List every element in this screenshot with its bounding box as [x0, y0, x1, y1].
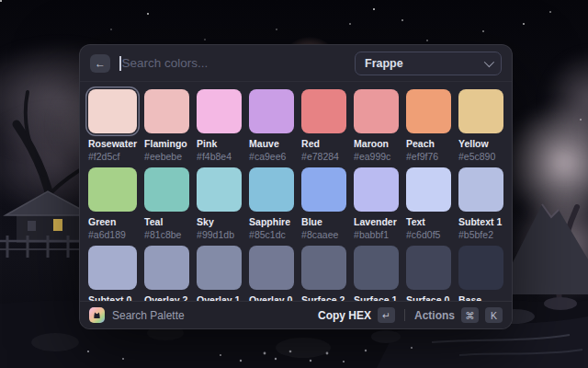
color-swatch[interactable]	[144, 89, 189, 133]
color-swatch[interactable]	[301, 167, 346, 212]
search-placeholder: Search colors...	[122, 56, 209, 70]
enter-key-icon: ↵	[378, 307, 395, 323]
swatch-cell[interactable]: Text#c6d0f5	[406, 167, 451, 240]
swatch-name: Pink	[197, 138, 242, 149]
swatch-hex: #eebebe	[144, 151, 189, 162]
color-swatch[interactable]	[88, 246, 137, 290]
color-swatch[interactable]	[197, 246, 242, 290]
swatch-hex: #babbf1	[354, 229, 399, 240]
swatch-cell[interactable]: Lavender#babbf1	[354, 167, 399, 240]
command-key-icon: ⌘	[461, 307, 479, 323]
color-swatch[interactable]	[144, 246, 189, 290]
color-swatch[interactable]	[458, 89, 503, 133]
color-swatch[interactable]	[144, 167, 189, 212]
swatch-cell[interactable]: Yellow#e5c890	[458, 89, 503, 162]
flavor-dropdown-value: Frappe	[365, 57, 403, 70]
flavor-dropdown[interactable]: Frappe	[355, 52, 502, 75]
actions-label: Actions	[414, 309, 455, 322]
actions-button[interactable]: Actions ⌘ K	[414, 307, 503, 323]
copy-hex-button[interactable]: Copy HEX ↵	[318, 307, 395, 323]
text-cursor	[119, 56, 121, 71]
color-swatch[interactable]	[354, 167, 399, 212]
swatch-hex: #ef9f76	[406, 151, 451, 162]
chevron-down-icon	[484, 56, 494, 66]
swatch-name: Blue	[301, 216, 346, 227]
swatch-name: Yellow	[458, 138, 503, 149]
app-name-label: Search Palette	[112, 309, 185, 322]
swatch-cell[interactable]: Flamingo#eebebe	[144, 89, 189, 162]
swatch-hex: #b5bfe2	[458, 229, 503, 240]
color-swatch[interactable]	[406, 167, 451, 212]
swatch-cell[interactable]: Mauve#ca9ee6	[249, 89, 294, 162]
back-button[interactable]: ←	[90, 54, 110, 73]
swatch-cell[interactable]: Blue#8caaee	[301, 167, 346, 240]
swatch-cell[interactable]: Sky#99d1db	[197, 167, 242, 240]
swatch-name: Peach	[406, 138, 451, 149]
swatch-cell[interactable]: Overlay 1	[197, 246, 242, 303]
swatch-cell[interactable]: Subtext 1#b5bfe2	[458, 167, 503, 240]
color-swatch[interactable]	[301, 246, 346, 290]
color-swatch[interactable]	[458, 246, 503, 290]
color-swatch[interactable]	[301, 89, 346, 133]
swatch-name: Sky	[197, 216, 242, 227]
color-swatch[interactable]	[406, 246, 451, 290]
swatch-name: Maroon	[354, 138, 399, 149]
color-swatch[interactable]	[354, 89, 399, 133]
copy-hex-label: Copy HEX	[318, 309, 371, 322]
swatch-cell[interactable]: Maroon#ea999c	[354, 89, 399, 162]
color-swatch[interactable]	[88, 167, 137, 212]
color-swatch[interactable]	[458, 167, 503, 212]
swatch-cell[interactable]: Sapphire#85c1dc	[249, 167, 294, 240]
swatch-hex: #c6d0f5	[406, 229, 451, 240]
swatch-grid: Rosewater#f2d5cfFlamingo#eebebePink#f4b8…	[80, 82, 512, 303]
swatch-cell[interactable]: Green#a6d189	[88, 167, 137, 240]
swatch-cell[interactable]: Rosewater#f2d5cf	[88, 89, 137, 162]
swatch-cell[interactable]: Base	[458, 246, 503, 303]
swatch-name: Sapphire	[249, 216, 294, 227]
color-swatch[interactable]	[88, 89, 137, 133]
search-input[interactable]: Search colors...	[119, 56, 355, 71]
swatch-hex: #81c8be	[144, 229, 189, 240]
swatch-cell[interactable]: Red#e78284	[301, 89, 346, 162]
swatch-hex: #ea999c	[354, 151, 399, 162]
color-swatch[interactable]	[354, 246, 399, 290]
swatch-name: Green	[88, 216, 137, 227]
swatch-cell[interactable]: Peach#ef9f76	[406, 89, 451, 162]
color-swatch[interactable]	[406, 89, 451, 133]
swatch-cell[interactable]: Surface 2	[301, 246, 346, 303]
swatch-cell[interactable]: Surface 0	[406, 246, 451, 303]
window-footer: Search Palette Copy HEX ↵ Actions ⌘ K	[80, 301, 512, 328]
swatch-cell[interactable]: Surface 1	[354, 246, 399, 303]
swatch-cell[interactable]: Pink#f4b8e4	[197, 89, 242, 162]
swatch-name: Rosewater	[88, 138, 137, 149]
swatch-hex: #f2d5cf	[88, 151, 137, 162]
swatch-hex: #8caaee	[301, 229, 346, 240]
color-swatch[interactable]	[249, 167, 294, 212]
color-swatch[interactable]	[249, 89, 294, 133]
swatch-hex: #f4b8e4	[197, 151, 242, 162]
swatch-hex: #e5c890	[458, 151, 503, 162]
swatch-hex: #ca9ee6	[249, 151, 294, 162]
footer-divider	[404, 309, 405, 321]
k-key-icon: K	[485, 307, 503, 323]
swatch-cell[interactable]: Overlay 0	[249, 246, 294, 303]
swatch-name: Red	[301, 138, 346, 149]
swatch-hex: #99d1db	[197, 229, 242, 240]
swatch-name: Subtext 1	[458, 216, 503, 227]
swatch-name: Flamingo	[144, 138, 189, 149]
swatch-cell[interactable]: Overlay 2	[144, 246, 189, 303]
back-arrow-icon: ←	[95, 57, 106, 70]
color-swatch[interactable]	[249, 246, 294, 290]
cat-icon	[91, 309, 103, 321]
window-header: ← Search colors... Frappe	[80, 45, 512, 82]
swatch-name: Mauve	[249, 138, 294, 149]
catppuccin-app-icon	[89, 307, 105, 323]
color-swatch[interactable]	[197, 89, 242, 133]
color-swatch[interactable]	[197, 167, 242, 212]
swatch-name: Teal	[144, 216, 189, 227]
swatch-cell[interactable]: Teal#81c8be	[144, 167, 189, 240]
swatch-hex: #85c1dc	[249, 229, 294, 240]
color-palette-window: ← Search colors... Frappe Rosewater#f2d5…	[79, 44, 513, 329]
swatch-cell[interactable]: Subtext 0	[88, 246, 137, 303]
swatch-hex: #e78284	[301, 151, 346, 162]
